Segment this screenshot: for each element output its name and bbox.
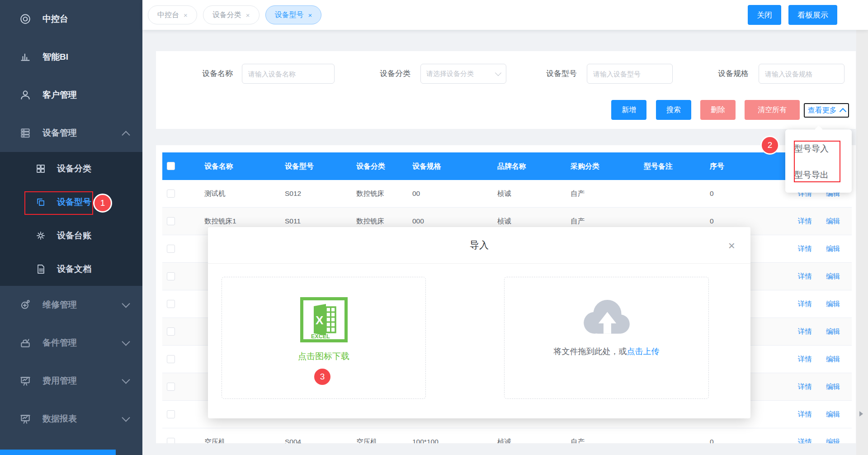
sidebar-item-label: 维修管理 xyxy=(42,299,77,311)
scroll-right-arrow-icon[interactable] xyxy=(859,411,863,417)
tab-device-category[interactable]: 设备分类× xyxy=(203,5,259,24)
file-drop-zone[interactable]: 将文件拖到此处，或点击上传 xyxy=(504,277,709,399)
sidebar-item-spare[interactable]: 备件管理 xyxy=(0,324,142,362)
spare-icon xyxy=(19,337,32,349)
search-button[interactable]: 搜索 xyxy=(656,100,691,120)
sidebar-item-device-doc[interactable]: 设备文档 xyxy=(0,252,142,286)
tab-label: 中控台 xyxy=(157,10,179,20)
close-icon[interactable]: × xyxy=(246,11,250,19)
device-spec-input[interactable] xyxy=(759,64,844,84)
repair-icon xyxy=(19,299,32,311)
cell: 0 xyxy=(710,428,714,443)
device-category-select[interactable]: 请选择设备分类 xyxy=(420,64,506,84)
row-checkbox[interactable] xyxy=(167,190,175,198)
document-icon xyxy=(34,263,47,275)
close-icon[interactable]: × xyxy=(184,11,188,19)
edit-link[interactable]: 编辑 xyxy=(826,346,840,373)
table-row: 空压机S004空压机100*100桢诚自产0详情编辑 xyxy=(162,428,852,443)
row-checkbox[interactable] xyxy=(167,327,175,336)
cell: S004 xyxy=(285,428,301,443)
edit-link[interactable]: 编辑 xyxy=(826,208,840,235)
menu-item-model-export[interactable]: 型号导出 xyxy=(785,162,852,188)
download-hint-text[interactable]: 点击图标下载 xyxy=(222,351,425,362)
device-name-input[interactable] xyxy=(242,64,335,84)
detail-link[interactable]: 详情 xyxy=(798,290,812,318)
upload-cloud-icon xyxy=(577,295,636,341)
column-header: 品牌名称 xyxy=(497,152,526,180)
row-checkbox[interactable] xyxy=(167,300,175,308)
sidebar-item-report[interactable]: 数据报表 xyxy=(0,400,142,438)
row-checkbox[interactable] xyxy=(167,217,175,225)
row-checkbox[interactable] xyxy=(167,245,175,253)
detail-link[interactable]: 详情 xyxy=(798,373,812,400)
sidebar-item-device-category[interactable]: 设备分类 xyxy=(0,152,142,185)
detail-link[interactable]: 详情 xyxy=(798,428,812,443)
detail-link[interactable]: 详情 xyxy=(798,208,812,235)
sidebar: 中控台智能BI客户管理设备管理设备分类设备型号设备台账设备文档维修管理备件管理费… xyxy=(0,0,142,455)
device-icon xyxy=(19,127,32,139)
sidebar-item-customer[interactable]: 客户管理 xyxy=(0,76,142,114)
excel-icon[interactable]: X EXCEL xyxy=(300,297,348,344)
modal-close-icon[interactable]: × xyxy=(728,240,735,251)
modal-divider xyxy=(208,263,750,264)
chevron-down-icon xyxy=(122,413,130,422)
sidebar-item-device-ledger[interactable]: 设备台账 xyxy=(0,219,142,252)
sidebar-item-device[interactable]: 设备管理 xyxy=(0,114,142,152)
column-header: 型号备注 xyxy=(644,152,673,180)
sidebar-submenu: 设备分类设备型号设备台账设备文档 xyxy=(0,152,142,286)
horizontal-scrollbar-thumb[interactable] xyxy=(0,450,116,455)
svg-text:X: X xyxy=(316,313,324,327)
cell: 0 xyxy=(710,180,714,207)
detail-link[interactable]: 详情 xyxy=(798,318,812,345)
edit-link[interactable]: 编辑 xyxy=(826,290,840,318)
detail-link[interactable]: 详情 xyxy=(798,263,812,290)
close-button[interactable]: 关闭 xyxy=(748,5,781,25)
edit-link[interactable]: 编辑 xyxy=(826,318,840,345)
detail-link[interactable]: 详情 xyxy=(798,401,812,428)
column-header: 采购分类 xyxy=(571,152,599,180)
sidebar-item-label: 智能BI xyxy=(42,51,68,63)
board-display-button[interactable]: 看板展示 xyxy=(788,5,837,25)
edit-link[interactable]: 编辑 xyxy=(826,263,840,290)
row-checkbox[interactable] xyxy=(167,438,175,443)
edit-link[interactable]: 编辑 xyxy=(826,401,840,428)
click-upload-link[interactable]: 点击上传 xyxy=(627,347,660,356)
delete-button[interactable]: 删除 xyxy=(700,100,736,120)
sidebar-item-label: 设备型号 xyxy=(57,196,91,208)
vertical-scrollbar-track[interactable] xyxy=(856,30,868,455)
cell: 空压机 xyxy=(204,428,226,443)
cell: 测试机 xyxy=(204,180,226,207)
sidebar-item-bi[interactable]: 智能BI xyxy=(0,38,142,76)
row-checkbox[interactable] xyxy=(167,410,175,418)
sidebar-item-console[interactable]: 中控台 xyxy=(0,0,142,38)
sidebar-item-cost[interactable]: 费用管理 xyxy=(0,362,142,400)
select-all-checkbox[interactable] xyxy=(167,162,175,170)
menu-item-model-import[interactable]: 型号导入 xyxy=(785,136,852,162)
tab-label: 设备分类 xyxy=(212,10,241,20)
row-checkbox[interactable] xyxy=(167,272,175,280)
row-checkbox[interactable] xyxy=(167,383,175,391)
edit-link[interactable]: 编辑 xyxy=(826,373,840,400)
sidebar-item-device-model[interactable]: 设备型号 xyxy=(0,185,142,219)
copy-icon xyxy=(34,196,47,209)
tab-console[interactable]: 中控台× xyxy=(148,5,197,24)
cell: 空压机 xyxy=(356,428,377,443)
detail-link[interactable]: 详情 xyxy=(798,346,812,373)
detail-link[interactable]: 详情 xyxy=(798,235,812,262)
cell: 自产 xyxy=(571,180,585,207)
edit-link[interactable]: 编辑 xyxy=(826,235,840,262)
edit-link[interactable]: 编辑 xyxy=(826,428,840,443)
sidebar-item-repair[interactable]: 维修管理 xyxy=(0,286,142,324)
view-more-link[interactable]: 查看更多 xyxy=(804,103,849,118)
add-button[interactable]: 新增 xyxy=(611,100,646,120)
row-checkbox[interactable] xyxy=(167,355,175,363)
tab-device-model[interactable]: 设备型号× xyxy=(265,5,322,24)
close-icon[interactable]: × xyxy=(308,11,312,19)
chevron-down-icon xyxy=(495,69,501,76)
sidebar-item-label: 客户管理 xyxy=(42,89,77,101)
device-model-input[interactable] xyxy=(587,64,673,84)
sidebar-item-label: 设备管理 xyxy=(42,127,77,139)
chevron-down-icon xyxy=(122,337,130,346)
sidebar-item-label: 设备分类 xyxy=(57,163,91,175)
clear-all-button[interactable]: 清空所有 xyxy=(745,100,800,120)
